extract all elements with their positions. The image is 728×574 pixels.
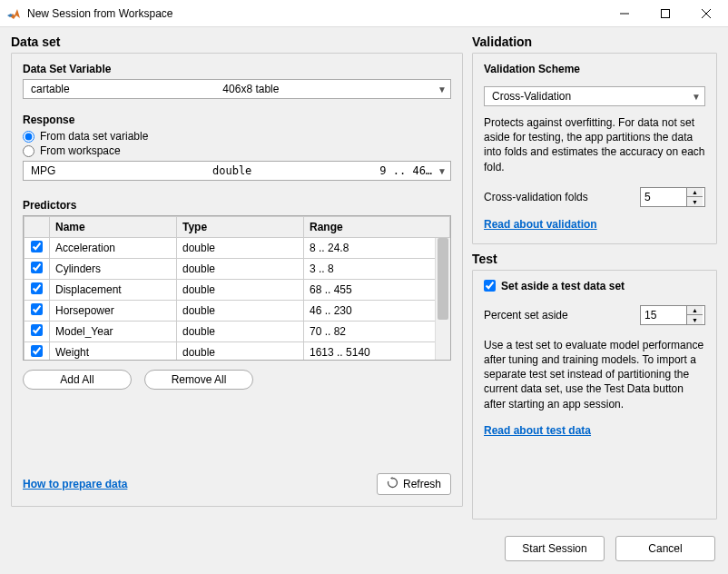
- table-row: Weightdouble1613 .. 5140: [25, 342, 450, 361]
- minimize-button[interactable]: [604, 0, 644, 26]
- chevron-down-icon: ▼: [686, 92, 701, 102]
- row-range: 3 .. 8: [304, 259, 450, 280]
- chevron-down-icon: ▼: [432, 166, 447, 176]
- col-range-header: Range: [304, 217, 450, 238]
- data-set-title: Data set: [11, 35, 463, 49]
- refresh-icon: [387, 477, 398, 491]
- validation-link[interactable]: Read about validation: [484, 218, 597, 231]
- table-row: Model_Yeardouble70 .. 82: [25, 322, 450, 342]
- radio-from-variable-label: From data set variable: [40, 130, 148, 143]
- predictors-tbody: Accelerationdouble8 .. 24.8Cylindersdoub…: [25, 238, 450, 361]
- response-label: Response: [23, 114, 451, 126]
- maximize-button[interactable]: [644, 0, 685, 26]
- table-row: Displacementdouble68 .. 455: [25, 280, 450, 301]
- prepare-data-link[interactable]: How to prepare data: [23, 478, 127, 490]
- row-range: 68 .. 455: [304, 280, 450, 301]
- close-button[interactable]: [685, 0, 726, 26]
- dataset-variable-value: cartable: [31, 83, 70, 95]
- row-type: double: [177, 280, 304, 301]
- dataset-variable-meta: 406x8 table: [70, 83, 432, 95]
- window-title: New Session from Workspace: [27, 7, 604, 20]
- table-row: Accelerationdouble8 .. 24.8: [25, 238, 450, 259]
- test-title: Test: [472, 252, 717, 266]
- predictors-label: Predictors: [23, 199, 451, 212]
- table-row: Horsepowerdouble46 .. 230: [25, 301, 450, 322]
- radio-from-workspace-label: From workspace: [40, 144, 121, 157]
- row-name: Cylinders: [50, 259, 177, 280]
- validation-scheme-dropdown[interactable]: Cross-Validation ▼: [484, 86, 705, 106]
- response-dropdown[interactable]: MPG double 9 .. 46… ▼: [23, 161, 451, 181]
- row-type: double: [177, 322, 304, 342]
- response-from-workspace-radio[interactable]: From workspace: [23, 144, 451, 157]
- refresh-label: Refresh: [403, 478, 441, 490]
- radio-from-workspace[interactable]: [23, 145, 34, 157]
- radio-from-variable[interactable]: [23, 131, 34, 143]
- percent-up-button[interactable]: ▲: [687, 306, 703, 316]
- col-type-header: Type: [177, 217, 304, 238]
- validation-scheme-label: Validation Scheme: [484, 63, 705, 75]
- col-name-header: Name: [50, 217, 177, 238]
- scroll-thumb[interactable]: [438, 238, 448, 320]
- percent-input[interactable]: [641, 306, 686, 324]
- percent-label: Percent set aside: [484, 309, 631, 322]
- validation-title: Validation: [472, 35, 717, 49]
- response-range: 9 .. 46…: [312, 164, 432, 177]
- predictors-table: Name Type Range Accelerationdouble8 .. 2…: [23, 215, 451, 361]
- row-type: double: [177, 342, 304, 361]
- row-type: double: [177, 301, 304, 322]
- set-aside-label: Set aside a test data set: [501, 280, 625, 292]
- folds-label: Cross-validation folds: [484, 191, 631, 203]
- row-checkbox[interactable]: [31, 282, 43, 294]
- dataset-variable-dropdown[interactable]: cartable 406x8 table ▼: [23, 79, 451, 99]
- row-checkbox[interactable]: [31, 324, 43, 336]
- refresh-button[interactable]: Refresh: [377, 473, 451, 495]
- row-checkbox[interactable]: [31, 303, 43, 315]
- test-description: Use a test set to evaluate model perform…: [484, 338, 705, 411]
- folds-down-button[interactable]: ▼: [687, 197, 703, 206]
- row-name: Acceleration: [50, 238, 177, 259]
- remove-all-button[interactable]: Remove All: [144, 370, 253, 390]
- row-type: double: [177, 259, 304, 280]
- test-link[interactable]: Read about test data: [484, 424, 591, 437]
- table-scrollbar[interactable]: [435, 238, 450, 360]
- cancel-button[interactable]: Cancel: [615, 536, 715, 561]
- response-type: double: [212, 164, 312, 177]
- validation-scheme-value: Cross-Validation: [492, 90, 686, 103]
- validation-description: Protects against overfitting. For data n…: [484, 115, 705, 174]
- folds-up-button[interactable]: ▲: [687, 188, 703, 198]
- row-name: Displacement: [50, 280, 177, 301]
- set-aside-checkbox[interactable]: [484, 280, 496, 292]
- row-type: double: [177, 238, 304, 259]
- matlab-icon: [7, 6, 22, 21]
- row-checkbox[interactable]: [31, 345, 43, 357]
- col-check-header: [25, 217, 50, 238]
- add-all-button[interactable]: Add All: [23, 370, 132, 390]
- titlebar: New Session from Workspace: [0, 0, 728, 27]
- row-range: 70 .. 82: [304, 322, 450, 342]
- row-range: 46 .. 230: [304, 301, 450, 322]
- row-checkbox[interactable]: [31, 262, 43, 273]
- row-name: Model_Year: [50, 322, 177, 342]
- percent-down-button[interactable]: ▼: [687, 315, 703, 324]
- row-checkbox[interactable]: [31, 241, 43, 252]
- folds-spinner[interactable]: ▲▼: [640, 187, 705, 207]
- row-range: 1613 .. 5140: [304, 342, 450, 361]
- dataset-variable-label: Data Set Variable: [23, 63, 451, 75]
- svg-rect-1: [661, 9, 669, 17]
- table-row: Cylindersdouble3 .. 8: [25, 259, 450, 280]
- start-session-button[interactable]: Start Session: [505, 536, 605, 561]
- row-name: Horsepower: [50, 301, 177, 322]
- chevron-down-icon: ▼: [432, 84, 447, 94]
- row-range: 8 .. 24.8: [304, 238, 450, 259]
- response-from-variable-radio[interactable]: From data set variable: [23, 130, 451, 143]
- response-value: MPG: [31, 164, 212, 177]
- row-name: Weight: [50, 342, 177, 361]
- percent-spinner[interactable]: ▲▼: [640, 305, 705, 325]
- folds-input[interactable]: [641, 188, 686, 206]
